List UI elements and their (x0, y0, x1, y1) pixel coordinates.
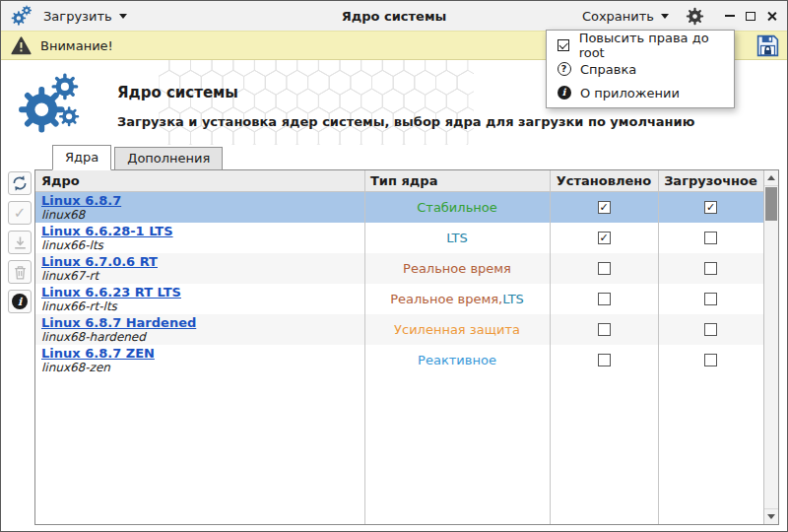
chevron-down-icon (661, 14, 669, 19)
installed-checkbox[interactable] (598, 354, 611, 366)
installed-checkbox[interactable]: ✓ (598, 232, 611, 244)
minimize-button[interactable] (725, 15, 735, 17)
apply-check-icon (14, 206, 27, 221)
info-circle-icon (557, 86, 571, 100)
tab-bar: Ядра Дополнения (1, 145, 787, 169)
menu-item-label: Повысить права до root (579, 31, 724, 60)
kernel-id: linux68-hardened (41, 330, 359, 344)
save-menu-label: Сохранить (582, 9, 654, 24)
menu-item-elevate-root[interactable]: Повысить права до root (547, 33, 734, 57)
kernel-link[interactable]: Linux 6.8.7 Hardened (41, 315, 359, 330)
refresh-icon (11, 174, 29, 192)
bootable-checkbox[interactable]: ✓ (704, 201, 717, 214)
kernel-link[interactable]: Linux 6.8.7 ZEN (41, 346, 359, 361)
table-row[interactable]: Linux 6.8.7linux68Стабильное✓✓ (35, 192, 763, 223)
menu-item-help[interactable]: Справка (547, 57, 734, 81)
bootable-checkbox[interactable] (704, 232, 717, 244)
warning-text: Внимание! (40, 38, 113, 53)
column-header-type[interactable]: Тип ядра (364, 173, 550, 188)
kernel-type: Стабильное (364, 192, 550, 223)
gear-dropdown-menu: Повысить права до root Справка О приложе… (546, 30, 735, 108)
kernel-link[interactable]: Linux 6.7.0.6 RT (41, 254, 359, 269)
apply-button[interactable] (8, 201, 32, 225)
save-locked-floppy-icon[interactable] (755, 33, 780, 58)
table-row[interactable]: Linux 6.8.7 ZENlinux68-zenРеактивное (35, 345, 763, 375)
vertical-scrollbar[interactable] (763, 170, 778, 524)
save-menu-button[interactable]: Сохранить (578, 6, 673, 27)
menu-item-label: О приложении (580, 86, 680, 100)
column-header-installed[interactable]: Установлено (550, 173, 658, 188)
refresh-button[interactable] (8, 171, 32, 195)
download-button[interactable] (8, 231, 32, 254)
app-window: Загрузить Ядро системы Сохранить (0, 0, 788, 532)
menu-item-label: Справка (580, 62, 636, 77)
table-header: Ядро Тип ядра Установлено Загрузочное (35, 170, 763, 192)
installed-checkbox[interactable] (598, 262, 611, 275)
menu-item-about[interactable]: О приложении (547, 81, 734, 104)
checkbox-checked-icon (557, 39, 570, 51)
chevron-down-icon (119, 14, 127, 19)
kernel-type: Реальное время (364, 253, 550, 284)
window-title: Ядро системы (342, 9, 447, 24)
kernel-id: linux67-rt (41, 269, 359, 283)
kernel-type: Реальное время, LTS (364, 284, 550, 314)
trash-icon (12, 264, 29, 281)
bootable-checkbox[interactable] (704, 323, 717, 336)
installed-checkbox[interactable]: ✓ (598, 201, 611, 214)
kernel-link[interactable]: Linux 6.6.28-1 LTS (41, 224, 359, 238)
page-subtitle: Загрузка и установка ядер системы, выбор… (117, 114, 694, 129)
gears-icon (17, 72, 82, 135)
kernel-id: linux66-lts (41, 238, 359, 252)
kernel-type: Реактивное (364, 345, 550, 375)
column-header-bootable[interactable]: Загрузочное (658, 173, 763, 188)
warning-triangle-icon (11, 35, 32, 56)
installed-checkbox[interactable] (598, 293, 611, 305)
app-gears-icon (11, 5, 33, 27)
scrollbar-thumb[interactable] (765, 187, 777, 221)
kernel-table: Ядро Тип ядра Установлено Загрузочное Li… (34, 169, 779, 525)
bootable-checkbox[interactable] (704, 262, 717, 275)
load-menu-button[interactable]: Загрузить (39, 6, 131, 27)
bootable-checkbox[interactable] (704, 293, 717, 305)
table-row[interactable]: Linux 6.6.23 RT LTSlinux66-rt-ltsРеально… (35, 284, 763, 314)
scroll-down-button[interactable] (764, 508, 778, 524)
download-icon (12, 234, 29, 251)
gear-menu-button[interactable] (686, 7, 704, 26)
bootable-checkbox[interactable] (704, 354, 717, 366)
info-icon (12, 294, 28, 309)
table-body: Linux 6.8.7linux68Стабильное✓✓Linux 6.6.… (35, 192, 763, 375)
side-toolbar (5, 169, 34, 525)
arrow-up-icon (767, 175, 775, 180)
titlebar: Загрузить Ядро системы Сохранить (1, 1, 787, 31)
kernel-id: linux68 (41, 208, 359, 222)
column-header-kernel[interactable]: Ядро (35, 173, 364, 188)
load-menu-label: Загрузить (43, 9, 112, 24)
help-circle-icon (557, 62, 571, 76)
arrow-down-icon (767, 514, 775, 519)
kernel-link[interactable]: Linux 6.8.7 (41, 193, 359, 208)
info-button[interactable] (8, 290, 32, 313)
kernel-link[interactable]: Linux 6.6.23 RT LTS (41, 285, 359, 299)
maximize-button[interactable] (746, 12, 755, 21)
table-row[interactable]: Linux 6.7.0.6 RTlinux67-rtРеальное время (35, 253, 763, 284)
close-button[interactable] (766, 11, 777, 22)
delete-button[interactable] (8, 260, 32, 284)
kernel-type: LTS (364, 223, 550, 253)
kernel-id: linux66-rt-lts (41, 299, 359, 313)
scroll-up-button[interactable] (764, 170, 778, 186)
kernel-id: linux68-zen (41, 361, 359, 374)
main-area: Ядро Тип ядра Установлено Загрузочное Li… (1, 169, 787, 531)
tab-addons[interactable]: Дополнения (114, 147, 223, 170)
tab-kernels[interactable]: Ядра (52, 145, 111, 170)
table-row[interactable]: Linux 6.8.7 Hardenedlinux68-hardenedУсил… (35, 314, 763, 345)
kernel-type: Усиленная защита (364, 314, 550, 345)
table-row[interactable]: Linux 6.6.28-1 LTSlinux66-ltsLTS✓ (35, 223, 763, 253)
installed-checkbox[interactable] (598, 323, 611, 336)
